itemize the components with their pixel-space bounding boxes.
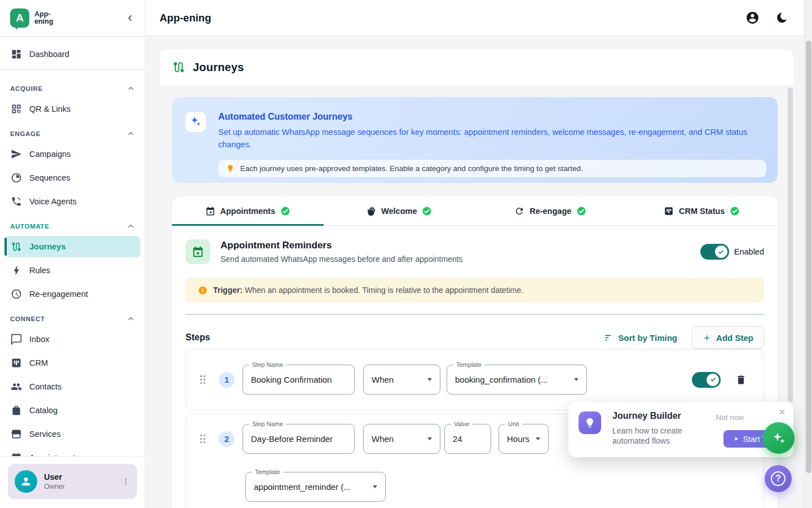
- help-fab[interactable]: ?: [765, 465, 792, 492]
- chevron-up-icon: [127, 130, 135, 138]
- tab-strip: Appointments Welcome Re-engage CRM Statu…: [172, 196, 778, 226]
- page-scrollbar-thumb[interactable]: [806, 41, 811, 473]
- lightning-icon: [11, 265, 22, 276]
- tab-reengage[interactable]: Re-engage: [475, 196, 626, 225]
- section-connect[interactable]: CONNECT: [0, 305, 145, 326]
- chevron-up-icon: [127, 222, 135, 230]
- banner-title: Automated Customer Journeys: [218, 112, 766, 122]
- step-name-input[interactable]: Step Name: [242, 365, 355, 395]
- tab-crm-status[interactable]: CRM Status: [626, 196, 778, 225]
- when-select[interactable]: When: [363, 424, 440, 454]
- route-icon: [172, 60, 186, 74]
- calendar-icon: [11, 452, 22, 456]
- sidebar-footer: User Owner: [0, 456, 145, 508]
- sequence-timer-icon: [11, 172, 22, 183]
- content-scrollbar-thumb[interactable]: [788, 87, 793, 402]
- reminders-title: Appointment Reminders: [220, 240, 463, 251]
- chevron-down-icon: [427, 378, 432, 381]
- phone-icon: [11, 196, 22, 207]
- sidebar-item-inbox[interactable]: Inbox: [5, 329, 140, 350]
- check-badge-icon: [280, 206, 290, 216]
- sidebar-item-voice-agents[interactable]: Voice Agents: [5, 191, 140, 212]
- user-menu-button[interactable]: [121, 477, 130, 486]
- add-step-button[interactable]: Add Step: [692, 326, 764, 349]
- value-input[interactable]: Value: [444, 424, 491, 454]
- page-scrollbar[interactable]: [804, 0, 812, 508]
- storefront-icon: [11, 428, 22, 440]
- page-title-band: Journeys: [160, 50, 793, 85]
- route-icon: [11, 241, 22, 252]
- chevron-down-icon: [536, 437, 540, 440]
- tab-welcome[interactable]: Welcome: [324, 196, 475, 225]
- user-avatar: [15, 470, 37, 493]
- trigger-banner: Trigger: When an appointment is booked. …: [186, 278, 764, 303]
- sidebar-item-rules[interactable]: Rules: [5, 260, 140, 281]
- journeys-card: Appointments Welcome Re-engage CRM Statu…: [172, 196, 778, 508]
- refresh-icon: [514, 206, 524, 216]
- section-acquire[interactable]: ACQUIRE: [0, 75, 145, 96]
- user-name: User: [44, 472, 65, 481]
- plus-icon: [703, 334, 711, 342]
- sort-by-timing-button[interactable]: Sort by Timing: [604, 333, 677, 343]
- kanban-icon: [11, 357, 22, 369]
- sidebar-item-services[interactable]: Services: [5, 423, 140, 445]
- person-icon: [20, 475, 32, 488]
- sparkles-icon: [186, 112, 206, 132]
- sidebar-item-sequences[interactable]: Sequences: [5, 167, 140, 189]
- unit-select[interactable]: Unit Hours: [498, 424, 549, 454]
- top-header: App-ening: [145, 0, 812, 36]
- section-engage[interactable]: ENGAGE: [0, 120, 145, 141]
- header-title: App-ening: [160, 12, 211, 24]
- chevron-up-icon: [127, 315, 135, 323]
- close-icon[interactable]: [778, 408, 787, 417]
- app-logo-text: App- ening: [34, 11, 53, 25]
- sidebar-item-qr-links[interactable]: QR & Links: [5, 98, 140, 120]
- sidebar-item-crm[interactable]: CRM: [5, 352, 140, 374]
- sidebar-item-dashboard[interactable]: Dashboard: [5, 43, 140, 65]
- sidebar-logo-row: A App- ening: [0, 0, 145, 36]
- play-icon: [733, 436, 739, 442]
- journeys-info-banner: Automated Customer Journeys Set up autom…: [172, 97, 778, 183]
- waving-hand-icon: [365, 204, 378, 217]
- check-badge-icon: [422, 206, 432, 216]
- check-badge-icon: [730, 206, 740, 216]
- sparkles-icon: [771, 431, 786, 445]
- drag-handle-icon[interactable]: [200, 375, 206, 384]
- check-badge-icon: [576, 206, 586, 216]
- sidebar-item-catalog[interactable]: Catalog: [5, 400, 140, 421]
- when-select[interactable]: When: [363, 365, 440, 395]
- popup-subtitle: Learn how to create automated flows: [612, 426, 682, 446]
- ai-assistant-fab[interactable]: [763, 422, 795, 454]
- reminders-subtitle: Send automated WhatsApp messages before …: [220, 255, 463, 264]
- sidebar-item-journeys[interactable]: Journeys: [5, 236, 140, 257]
- user-card[interactable]: User Owner: [8, 464, 137, 499]
- drag-handle-icon[interactable]: [200, 434, 206, 444]
- sidebar-item-appointments[interactable]: Appointments: [5, 447, 140, 456]
- not-now-button[interactable]: Not now: [716, 413, 744, 422]
- step-name-input[interactable]: Step Name: [242, 424, 355, 454]
- calendar-icon: [205, 206, 215, 216]
- section-automate[interactable]: AUTOMATE: [0, 212, 145, 234]
- sidebar: A App- ening Dashboard ACQUIRE QR & Link…: [0, 0, 145, 508]
- banner-description: Set up automatic WhatsApp message sequen…: [218, 126, 764, 151]
- tab-appointments[interactable]: Appointments: [172, 196, 324, 225]
- sidebar-item-campaigns[interactable]: Campaigns: [5, 143, 140, 165]
- template-select[interactable]: Template booking_confirmation (...: [447, 365, 587, 395]
- people-icon: [11, 381, 22, 392]
- dark-mode-moon-icon[interactable]: [775, 11, 788, 24]
- toggle-knob: [707, 374, 719, 386]
- sidebar-item-reengagement[interactable]: Re-engagement: [5, 283, 140, 305]
- template-select[interactable]: Template appointment_reminder (...: [245, 472, 386, 502]
- account-icon[interactable]: [745, 11, 760, 25]
- question-mark-icon: ?: [771, 471, 785, 486]
- delete-step-button[interactable]: [735, 374, 747, 386]
- info-icon: [198, 286, 208, 295]
- qr-code-icon: [11, 103, 22, 115]
- enabled-toggle[interactable]: [700, 244, 729, 260]
- step-row-1: 1 Step Name When Template booking_confir…: [186, 349, 764, 410]
- sidebar-item-contacts[interactable]: Contacts: [5, 376, 140, 397]
- sidebar-collapse-button[interactable]: [126, 14, 135, 23]
- shopping-bag-icon: [11, 405, 22, 416]
- step-enabled-toggle[interactable]: [692, 372, 721, 388]
- clock-icon: [11, 288, 22, 300]
